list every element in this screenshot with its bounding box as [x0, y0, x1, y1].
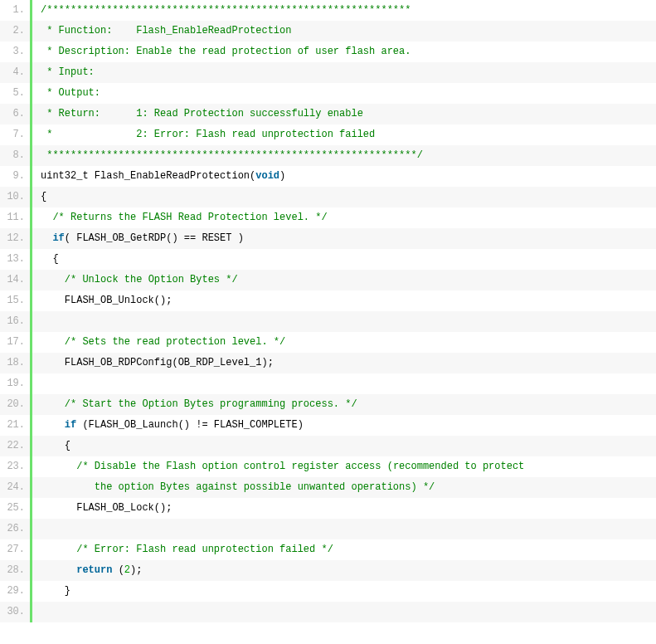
token-num: 2: [124, 564, 130, 578]
token-plain: [41, 211, 52, 225]
token-comment: * Output:: [41, 86, 100, 100]
token-plain: }: [41, 584, 70, 598]
code-line: 16.: [0, 311, 656, 332]
code-line: 15. FLASH_OB_Unlock();: [0, 290, 656, 311]
line-number: 30.: [0, 602, 30, 622]
code-content: /* Start the Option Bytes programming pr…: [32, 394, 656, 415]
code-line: 3. * Description: Enable the read protec…: [0, 41, 656, 62]
code-content: FLASH_OB_Unlock();: [32, 290, 656, 311]
line-number: 14.: [0, 270, 30, 290]
token-comment: * Description: Enable the read protectio…: [41, 45, 411, 59]
line-number: 17.: [0, 332, 30, 353]
code-line: 12. if( FLASH_OB_GetRDP() == RESET ): [0, 228, 656, 249]
line-number: 16.: [0, 311, 30, 332]
token-comment: * Return: 1: Read Protection successfull…: [41, 107, 363, 121]
code-line: 8. *************************************…: [0, 145, 656, 166]
token-comment: the option Bytes against possible unwant…: [95, 481, 435, 495]
code-line: 22. {: [0, 436, 656, 456]
code-line: 17. /* Sets the read protection level. *…: [0, 332, 656, 353]
code-listing: 1./*************************************…: [0, 0, 656, 622]
code-line: 21. if (FLASH_OB_Launch() != FLASH_COMPL…: [0, 415, 656, 436]
code-line: 30.: [0, 602, 656, 622]
code-line: 13. {: [0, 249, 656, 270]
code-line: 28. return (2);: [0, 560, 656, 581]
line-number: 23.: [0, 456, 30, 477]
token-plain: [41, 543, 76, 557]
code-line: 29. }: [0, 581, 656, 602]
token-plain: FLASH_OB_RDPConfig(OB_RDP_Level_1);: [41, 356, 274, 370]
code-content: * Output:: [32, 83, 656, 104]
token-plain: [41, 377, 46, 391]
code-line: 11. /* Returns the FLASH Read Protection…: [0, 207, 656, 228]
token-comment: * 2: Error: Flash read unprotection fail…: [41, 128, 375, 142]
code-content: {: [32, 436, 656, 456]
code-line: 1./*************************************…: [0, 0, 656, 21]
code-line: 4. * Input:: [0, 62, 656, 83]
code-line: 19.: [0, 373, 656, 394]
token-comment: * Input:: [41, 66, 95, 80]
token-plain: [41, 460, 76, 474]
code-line: 7. * 2: Error: Flash read unprotection f…: [0, 124, 656, 145]
token-plain: [41, 398, 65, 412]
code-content: /* Error: Flash read unprotection failed…: [32, 539, 656, 560]
line-number: 9.: [0, 166, 30, 187]
token-plain: uint32_t Flash_EnableReadProtection(: [41, 169, 255, 183]
token-keyword: if: [52, 232, 64, 246]
token-plain: [41, 605, 46, 619]
line-number: 20.: [0, 394, 30, 415]
code-line: 2. * Function: Flash_EnableReadProtectio…: [0, 21, 656, 41]
code-content: {: [32, 187, 656, 207]
token-plain: FLASH_OB_Lock();: [41, 501, 172, 515]
token-plain: [41, 335, 65, 349]
code-line: 25. FLASH_OB_Lock();: [0, 498, 656, 519]
line-number: 25.: [0, 498, 30, 519]
code-content: [32, 519, 656, 539]
line-number: 4.: [0, 62, 30, 83]
code-content: ****************************************…: [32, 145, 656, 166]
token-plain: );: [130, 564, 142, 578]
code-content: /* Unlock the Option Bytes */: [32, 270, 656, 290]
token-plain: [41, 481, 95, 495]
code-line: 18. FLASH_OB_RDPConfig(OB_RDP_Level_1);: [0, 353, 656, 373]
token-comment: /* Sets the read protection level. */: [65, 335, 285, 349]
token-plain: {: [41, 252, 59, 266]
token-plain: [41, 232, 52, 246]
line-number: 3.: [0, 41, 30, 62]
line-number: 26.: [0, 519, 30, 539]
code-content: /* Disable the Flash option control regi…: [32, 456, 656, 477]
code-content: [32, 602, 656, 622]
line-number: 6.: [0, 104, 30, 124]
code-content: * Description: Enable the read protectio…: [32, 41, 656, 62]
code-line: 24. the option Bytes against possible un…: [0, 477, 656, 498]
token-plain: [41, 273, 65, 287]
token-comment: /* Error: Flash read unprotection failed…: [76, 543, 333, 557]
token-plain: (FLASH_OB_Launch() != FLASH_COMPLETE): [76, 418, 304, 432]
code-line: 10.{: [0, 187, 656, 207]
token-plain: ( FLASH_OB_GetRDP() == RESET ): [65, 232, 244, 246]
code-content: /* Sets the read protection level. */: [32, 332, 656, 353]
line-number: 13.: [0, 249, 30, 270]
code-content: * Input:: [32, 62, 656, 83]
token-comment: /* Unlock the Option Bytes */: [65, 273, 238, 287]
line-number: 12.: [0, 228, 30, 249]
token-comment: /***************************************…: [41, 3, 411, 17]
code-line: 27. /* Error: Flash read unprotection fa…: [0, 539, 656, 560]
code-content: /***************************************…: [32, 0, 656, 21]
token-plain: [41, 564, 76, 578]
token-plain: {: [41, 190, 46, 204]
code-content: * 2: Error: Flash read unprotection fail…: [32, 124, 656, 145]
code-line: 14. /* Unlock the Option Bytes */: [0, 270, 656, 290]
line-number: 5.: [0, 83, 30, 104]
line-number: 15.: [0, 290, 30, 311]
code-line: 9.uint32_t Flash_EnableReadProtection(vo…: [0, 166, 656, 187]
line-number: 18.: [0, 353, 30, 373]
code-content: * Return: 1: Read Protection successfull…: [32, 104, 656, 124]
code-content: FLASH_OB_Lock();: [32, 498, 656, 519]
token-comment: * Function: Flash_EnableReadProtection: [41, 24, 291, 38]
token-keyword: void: [255, 169, 279, 183]
line-number: 21.: [0, 415, 30, 436]
token-plain: FLASH_OB_Unlock();: [41, 294, 172, 308]
line-number: 1.: [0, 0, 30, 21]
line-number: 2.: [0, 21, 30, 41]
code-content: uint32_t Flash_EnableReadProtection(void…: [32, 166, 656, 187]
